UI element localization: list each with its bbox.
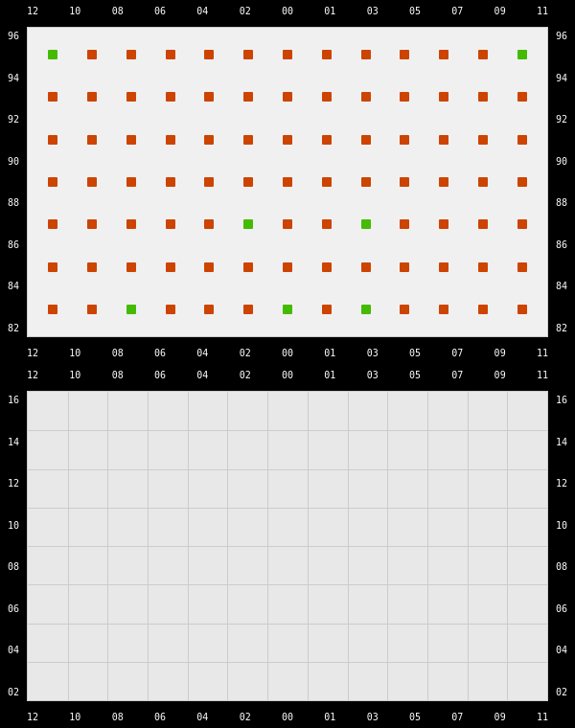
axis-label: 06 bbox=[154, 6, 166, 16]
axis-label: 10 bbox=[69, 712, 80, 722]
seat-cell bbox=[269, 162, 307, 202]
seat-red bbox=[243, 135, 253, 145]
seat-cell bbox=[347, 34, 384, 75]
seat-red bbox=[204, 135, 214, 145]
seat-red bbox=[48, 177, 58, 187]
seat-cell bbox=[426, 120, 463, 160]
grid-line-vertical bbox=[427, 392, 428, 700]
seat-red bbox=[478, 219, 488, 229]
axis-label: 06 bbox=[154, 348, 166, 358]
axis-label: 07 bbox=[451, 6, 463, 16]
axis-label: 08 bbox=[556, 561, 567, 572]
grid-line-horizontal bbox=[28, 624, 547, 625]
grid-line-vertical bbox=[308, 392, 309, 700]
seat-red bbox=[204, 92, 214, 102]
seat-red bbox=[283, 50, 292, 59]
seat-red bbox=[478, 305, 488, 314]
seat-red bbox=[126, 135, 136, 145]
axis-label: 03 bbox=[367, 6, 379, 16]
seat-cell bbox=[191, 34, 228, 75]
bottom-grid-area bbox=[27, 391, 548, 701]
seat-red bbox=[166, 92, 175, 102]
seat-red bbox=[322, 305, 332, 314]
seat-red bbox=[439, 92, 448, 102]
axis-label: 10 bbox=[69, 370, 80, 380]
grid-line-vertical bbox=[107, 392, 108, 700]
seat-cell bbox=[269, 77, 307, 117]
seat-cell bbox=[464, 120, 501, 160]
axis-label: 08 bbox=[112, 348, 124, 358]
seat-red bbox=[48, 219, 58, 229]
axis-label: 00 bbox=[282, 348, 293, 358]
seat-cell bbox=[464, 246, 501, 286]
axis-label: 16 bbox=[556, 395, 567, 405]
axis-label: 01 bbox=[324, 712, 335, 722]
seat-cell bbox=[230, 162, 267, 202]
seat-red bbox=[518, 92, 527, 102]
seat-red bbox=[87, 262, 97, 272]
axis-label: 82 bbox=[8, 323, 19, 333]
seat-green bbox=[48, 50, 58, 59]
grid-line-horizontal bbox=[28, 430, 547, 431]
seat-cell bbox=[464, 162, 501, 202]
seat-red bbox=[400, 262, 409, 272]
axis-label: 03 bbox=[367, 348, 379, 358]
seat-cell bbox=[230, 246, 267, 286]
seat-red bbox=[400, 219, 409, 229]
seat-red bbox=[283, 262, 292, 272]
seat-cell bbox=[151, 120, 189, 160]
axis-label: 08 bbox=[112, 712, 124, 722]
seat-red bbox=[518, 305, 527, 314]
axis-label: 84 bbox=[8, 281, 19, 291]
grid-line-vertical bbox=[267, 392, 268, 700]
axis-label: 08 bbox=[112, 6, 124, 16]
grid-line-vertical bbox=[468, 392, 469, 700]
seat-cell bbox=[386, 246, 424, 286]
seat-red bbox=[518, 177, 527, 187]
seat-red bbox=[322, 262, 332, 272]
axis-label: 10 bbox=[69, 6, 80, 16]
top-axis-right: 9694929088868482 bbox=[548, 27, 575, 337]
seat-cell bbox=[74, 246, 111, 286]
axis-label: 11 bbox=[537, 348, 548, 358]
seat-cell bbox=[426, 246, 463, 286]
seat-red bbox=[283, 177, 292, 187]
bottom-axis-bottom: 12100806040200010305070911 bbox=[27, 712, 548, 722]
seat-cell bbox=[113, 120, 150, 160]
seat-cell bbox=[308, 162, 345, 202]
axis-label: 00 bbox=[282, 712, 293, 722]
seat-cell bbox=[426, 204, 463, 244]
seat-cell bbox=[503, 120, 540, 160]
seat-cell bbox=[230, 34, 267, 75]
axis-label: 07 bbox=[451, 370, 463, 380]
seat-cell bbox=[34, 289, 72, 330]
seat-red bbox=[478, 177, 488, 187]
seat-cell bbox=[34, 162, 72, 202]
seat-red bbox=[126, 177, 136, 187]
axis-label: 10 bbox=[69, 348, 80, 358]
axis-label: 05 bbox=[409, 6, 421, 16]
seat-red bbox=[166, 177, 175, 187]
seat-cell bbox=[113, 289, 150, 330]
seat-cell bbox=[347, 162, 384, 202]
seat-red bbox=[166, 305, 175, 314]
seat-red bbox=[439, 262, 448, 272]
axis-label: 02 bbox=[8, 687, 19, 697]
axis-label: 08 bbox=[112, 370, 124, 380]
seat-cell bbox=[151, 289, 189, 330]
axis-label: 96 bbox=[8, 31, 19, 41]
seat-cell bbox=[464, 34, 501, 75]
seat-cell bbox=[426, 289, 463, 330]
seat-cell bbox=[386, 289, 424, 330]
seat-cell bbox=[464, 289, 501, 330]
seat-cell bbox=[113, 246, 150, 286]
axis-label: 90 bbox=[8, 156, 19, 167]
axis-label: 86 bbox=[8, 239, 19, 250]
seat-red bbox=[126, 219, 136, 229]
seat-cell bbox=[151, 204, 189, 244]
seat-green bbox=[243, 219, 253, 229]
axis-label: 05 bbox=[409, 370, 421, 380]
seat-red bbox=[322, 135, 332, 145]
axis-label: 02 bbox=[240, 6, 251, 16]
seat-red bbox=[283, 92, 292, 102]
